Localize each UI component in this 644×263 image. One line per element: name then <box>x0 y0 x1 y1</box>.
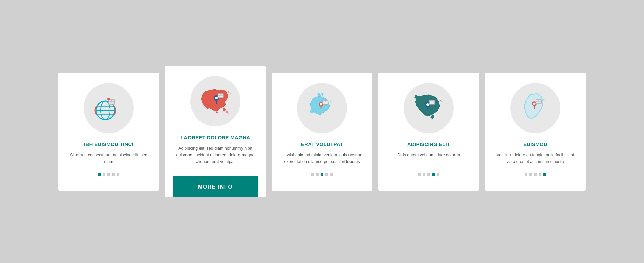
card-5-desc: Vel illum dolore eu feugiat nulla facili… <box>493 152 578 165</box>
card-5-dots <box>525 173 546 176</box>
more-info-button[interactable]: MORE INFO <box>173 176 258 197</box>
card-3-icon-circle <box>297 83 347 133</box>
card-1-desc: Sit amet, consectetuer adipiscing elit, … <box>66 152 151 165</box>
svg-rect-14 <box>230 93 231 94</box>
dot <box>117 173 119 176</box>
dot <box>107 173 110 176</box>
dot <box>311 173 314 176</box>
svg-point-18 <box>215 97 218 99</box>
dot <box>529 173 532 176</box>
dot-active <box>321 173 323 176</box>
card-2-desc: Adipiscing elit, sed diam nonummy nibh e… <box>173 145 258 176</box>
svg-point-36 <box>426 103 429 106</box>
svg-rect-42 <box>543 99 544 100</box>
svg-rect-33 <box>440 100 441 101</box>
card-4-title: ADIPISCING ELIT <box>407 141 450 147</box>
svg-rect-16 <box>228 113 229 114</box>
card-5: EUISMOD Vel illum dolore eu feugiat null… <box>485 73 586 191</box>
card-5-title: EUISMOD <box>523 141 547 147</box>
card-1-dots <box>98 173 119 176</box>
card-2-title: LAOREET DOLORE MAGNA <box>181 135 250 140</box>
dot-active <box>98 173 101 176</box>
card-1: IBH EUISMOD TINCI Sit amet, consectetuer… <box>58 73 159 191</box>
card-4-dots <box>418 173 439 176</box>
svg-point-27 <box>320 103 322 105</box>
card-3: ERAT VOLUTPAT Ut wisi enim ad minim veni… <box>272 73 372 191</box>
card-5-icon-circle <box>510 83 560 133</box>
dot <box>423 173 425 176</box>
dot <box>325 173 328 176</box>
dot <box>103 173 105 176</box>
card-1-icon-circle <box>84 83 134 133</box>
card-4-icon-circle <box>404 83 454 133</box>
card-2-featured: LAOREET DOLORE MAGNA Adipiscing elit, se… <box>165 66 266 197</box>
svg-point-45 <box>533 102 536 105</box>
svg-rect-15 <box>226 111 228 113</box>
europe-map-icon <box>304 90 340 126</box>
dot <box>418 173 421 176</box>
card-4-desc: Duis autem vel eum iriure dolor in <box>397 152 460 165</box>
svg-rect-24 <box>330 100 331 102</box>
svg-rect-43 <box>544 100 545 101</box>
dot <box>316 173 319 176</box>
cards-container: IBH EUISMOD TINCI Sit amet, consectetuer… <box>38 59 606 204</box>
south-america-map-icon <box>517 90 554 126</box>
globe-icon <box>90 90 127 126</box>
svg-rect-34 <box>441 101 442 102</box>
dot <box>525 173 527 176</box>
dot-active <box>543 173 546 176</box>
dot <box>437 173 439 176</box>
dot <box>539 173 541 176</box>
card-3-desc: Ut wisi enim ad minim veniam, quis nostr… <box>280 152 364 165</box>
dot <box>112 173 115 176</box>
asia-map-icon <box>196 82 235 120</box>
dot <box>427 173 430 176</box>
card-3-dots <box>311 173 333 176</box>
north-america-map-icon <box>410 90 447 126</box>
card-1-title: IBH EUISMOD TINCI <box>84 141 133 147</box>
dot-active <box>432 173 435 176</box>
dot <box>534 173 537 176</box>
card-4: ADIPISCING ELIT Duis autem vel eum iriur… <box>378 73 479 191</box>
svg-rect-13 <box>228 91 229 93</box>
card-2-icon-circle <box>190 76 240 126</box>
card-3-title: ERAT VOLUTPAT <box>301 141 343 147</box>
svg-rect-25 <box>331 102 332 103</box>
dot <box>330 173 333 176</box>
